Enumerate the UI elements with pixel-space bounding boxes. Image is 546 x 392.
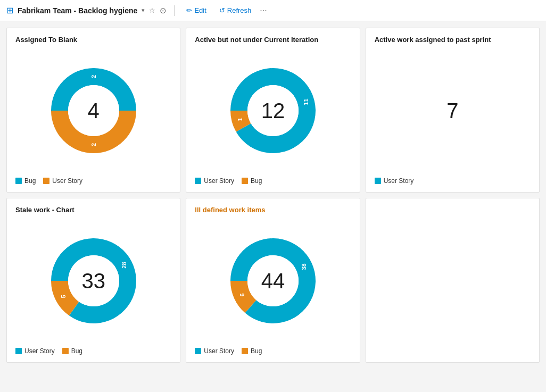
svg-text:2: 2 <box>90 143 97 146</box>
chart-center-active-not-current: 111 12 <box>195 49 351 172</box>
legend-dot-blue <box>15 348 22 354</box>
legend-stale-work: User StoryBug <box>15 347 171 355</box>
donut-active-not-current: 111 12 <box>225 63 321 159</box>
donut-total-active-past-sprint: 7 <box>446 100 458 121</box>
person-icon[interactable]: ⊙ <box>160 6 167 15</box>
chart-card-ill-defined: Ill defined work items 386 44User StoryB… <box>186 198 360 363</box>
legend-item: Bug <box>15 177 36 185</box>
legend-assigned-to-blank: BugUser Story <box>15 177 171 185</box>
legend-dot-blue <box>195 348 201 354</box>
svg-text:38: 38 <box>301 263 307 270</box>
legend-label: User Story <box>24 347 55 355</box>
chart-card-active-not-current: Active but not under Current Iteration 1… <box>186 28 360 193</box>
legend-label: Bug <box>24 177 36 185</box>
donut-assigned-to-blank: 22 4 <box>46 63 142 159</box>
legend-dot-orange <box>242 178 248 184</box>
svg-text:2: 2 <box>90 74 97 78</box>
chart-title-active-past-sprint: Active work assigned to past sprint <box>375 36 531 44</box>
legend-item: Bug <box>62 347 82 355</box>
legend-dot-orange <box>62 348 69 354</box>
donut-ill-defined: 386 44 <box>225 233 321 329</box>
topbar: ⊞ Fabrikam Team - Backlog hygiene ▾ ☆ ⊙ … <box>0 0 546 21</box>
topbar-title: Fabrikam Team - Backlog hygiene <box>18 6 137 15</box>
edit-button[interactable]: ✏ Edit <box>182 4 210 16</box>
legend-dot-orange <box>43 178 49 184</box>
donut-stale-work: 285 33 <box>46 233 142 329</box>
refresh-button[interactable]: ↺ Refresh <box>215 4 256 16</box>
donut-total-active-not-current: 12 <box>261 100 285 121</box>
legend-active-past-sprint: User Story <box>375 177 531 185</box>
star-icon[interactable]: ☆ <box>149 6 155 14</box>
edit-icon: ✏ <box>186 6 192 14</box>
svg-text:6: 6 <box>239 293 245 296</box>
legend-item: User Story <box>375 177 414 185</box>
more-icon[interactable]: ··· <box>260 6 267 15</box>
legend-label: User Story <box>384 177 414 185</box>
edit-label: Edit <box>194 6 206 14</box>
svg-text:7: 7 <box>483 109 490 112</box>
chart-center-ill-defined: 386 44 <box>195 219 351 342</box>
legend-dot-orange <box>242 348 248 354</box>
refresh-icon: ↺ <box>219 6 225 14</box>
donut-center-label-assigned-to-blank: 4 <box>88 100 100 121</box>
legend-item: Bug <box>242 177 262 185</box>
svg-text:5: 5 <box>60 295 67 298</box>
chart-title-assigned-to-blank: Assigned To Blank <box>15 36 171 44</box>
empty-card <box>366 198 540 363</box>
svg-text:1: 1 <box>237 118 243 121</box>
chart-center-assigned-to-blank: 22 4 <box>15 49 171 172</box>
legend-item: User Story <box>195 347 234 355</box>
separator <box>174 5 175 16</box>
chart-center-stale-work: 285 33 <box>15 219 171 342</box>
legend-dot-blue <box>15 178 22 184</box>
legend-label: User Story <box>204 347 234 355</box>
row2-charts: Stale work - Chart 285 33User StoryBugIl… <box>6 198 360 363</box>
donut-center-label-active-past-sprint: 7 <box>446 100 458 121</box>
dashboard: Assigned To Blank 22 4BugUser StoryActiv… <box>0 21 546 369</box>
legend-label: Bug <box>251 347 262 355</box>
chevron-down-icon[interactable]: ▾ <box>142 7 145 14</box>
legend-label: Bug <box>251 177 262 185</box>
legend-label: Bug <box>71 347 82 355</box>
svg-text:28: 28 <box>120 262 127 268</box>
chart-card-active-past-sprint: Active work assigned to past sprint 7 7U… <box>366 28 540 193</box>
legend-label: User Story <box>52 177 82 185</box>
donut-active-past-sprint: 7 7 <box>404 63 500 159</box>
legend-dot-blue <box>195 178 201 184</box>
chart-card-assigned-to-blank: Assigned To Blank 22 4BugUser Story <box>6 28 180 193</box>
legend-item: Bug <box>242 347 262 355</box>
legend-item: User Story <box>43 177 82 185</box>
chart-title-active-not-current: Active but not under Current Iteration <box>195 36 351 44</box>
donut-total-stale-work: 33 <box>81 270 105 291</box>
legend-item: User Story <box>15 347 55 355</box>
chart-title-stale-work: Stale work - Chart <box>15 206 171 214</box>
donut-center-label-stale-work: 33 <box>81 270 105 291</box>
legend-label: User Story <box>204 177 234 185</box>
chart-center-active-past-sprint: 7 7 <box>375 49 531 172</box>
grid-icon: ⊞ <box>6 5 13 15</box>
legend-ill-defined: User StoryBug <box>195 347 351 355</box>
donut-center-label-ill-defined: 44 <box>261 270 285 291</box>
donut-total-assigned-to-blank: 4 <box>88 100 100 121</box>
chart-card-stale-work: Stale work - Chart 285 33User StoryBug <box>6 198 180 363</box>
refresh-label: Refresh <box>227 6 252 14</box>
legend-active-not-current: User StoryBug <box>195 177 351 185</box>
legend-item: User Story <box>195 177 234 185</box>
legend-dot-blue <box>375 178 381 184</box>
chart-title-ill-defined: Ill defined work items <box>195 206 351 214</box>
svg-text:11: 11 <box>303 98 309 105</box>
donut-center-label-active-not-current: 12 <box>261 100 285 121</box>
donut-total-ill-defined: 44 <box>261 270 285 291</box>
